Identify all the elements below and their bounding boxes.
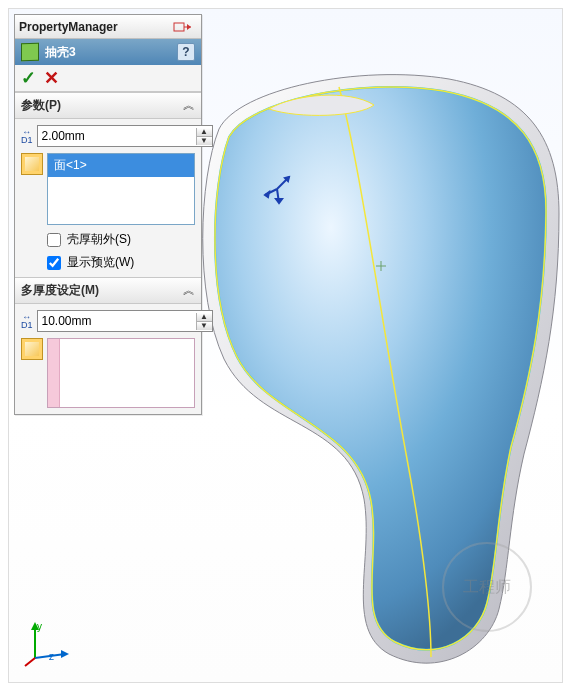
- svg-marker-5: [265, 192, 269, 197]
- help-button[interactable]: ?: [177, 43, 195, 61]
- app-stage: 工程师 y z PropertyManager 抽壳3 ?: [0, 0, 571, 691]
- watermark-stamp: 工程师: [442, 542, 532, 632]
- spin-down-icon: ▼: [197, 136, 212, 145]
- frame-edge: [0, 0, 6, 691]
- multi-faces-row: [21, 338, 195, 408]
- spin-down-icon: ▼: [197, 321, 212, 330]
- multi-spin[interactable]: ▲▼: [196, 313, 212, 330]
- face-select-icon: [21, 338, 43, 360]
- spin-up-icon: ▲: [197, 128, 212, 136]
- params-group-header[interactable]: 参数(P) ︽: [15, 93, 201, 119]
- thickness-spin[interactable]: ▲▼: [196, 128, 212, 145]
- svg-rect-13: [174, 23, 184, 31]
- svg-marker-7: [276, 199, 282, 203]
- manipulator-triad-icon[interactable]: [259, 171, 295, 207]
- multi-thickness-input[interactable]: [38, 311, 196, 331]
- face-select-icon: [21, 153, 43, 175]
- faces-listbox[interactable]: 面<1>: [47, 153, 195, 225]
- shell-outward-row[interactable]: 壳厚朝外(S): [21, 231, 195, 248]
- chevron-up-icon: ︽: [183, 282, 195, 299]
- property-manager-title: PropertyManager: [19, 20, 169, 34]
- pin-icon[interactable]: [169, 21, 197, 33]
- svg-line-12: [25, 658, 35, 666]
- spin-up-icon: ▲: [197, 313, 212, 321]
- multi-list-highlight: [48, 339, 60, 407]
- dimension-icon: ↔ D1: [21, 311, 33, 331]
- frame-edge: [0, 0, 571, 6]
- multi-faces-listbox[interactable]: [47, 338, 195, 408]
- params-group: 参数(P) ︽ ↔ D1 ▲▼ 面<1>: [15, 92, 201, 277]
- show-preview-row[interactable]: 显示预览(W): [21, 254, 195, 271]
- property-manager-header: PropertyManager: [15, 15, 201, 39]
- multi-thickness-group: 多厚度设定(M) ︽ ↔ D1 ▲▼: [15, 277, 201, 414]
- shell-outward-label: 壳厚朝外(S): [67, 231, 131, 248]
- cancel-button[interactable]: ✕: [44, 69, 59, 87]
- show-preview-checkbox[interactable]: [47, 256, 61, 270]
- face-item-selected[interactable]: 面<1>: [48, 154, 194, 177]
- frame-edge: [0, 685, 571, 691]
- feature-name: 抽壳3: [45, 44, 76, 61]
- watermark-text: 工程师: [463, 577, 511, 598]
- thickness-input-wrap: ▲▼: [37, 125, 213, 147]
- faces-list-empty: [48, 177, 194, 224]
- dimension-icon: ↔ D1: [21, 126, 33, 146]
- multi-group-header[interactable]: 多厚度设定(M) ︽: [15, 278, 201, 304]
- axis-z-label: z: [49, 651, 54, 662]
- faces-row: 面<1>: [21, 153, 195, 225]
- feature-title-row: 抽壳3 ?: [15, 39, 201, 65]
- multi-header-label: 多厚度设定(M): [21, 282, 183, 299]
- shell-outward-checkbox[interactable]: [47, 233, 61, 247]
- property-manager-panel: PropertyManager 抽壳3 ? ✓ ✕ 参数(P) ︽ ↔: [14, 14, 202, 415]
- params-header-label: 参数(P): [21, 97, 183, 114]
- show-preview-label: 显示预览(W): [67, 254, 134, 271]
- multi-thickness-input-wrap: ▲▼: [37, 310, 213, 332]
- svg-marker-15: [187, 24, 191, 30]
- shell-feature-icon: [21, 43, 39, 62]
- chevron-up-icon: ︽: [183, 97, 195, 114]
- view-triad: y z: [21, 614, 75, 670]
- confirm-row: ✓ ✕: [15, 65, 201, 92]
- thickness-input[interactable]: [38, 126, 196, 146]
- axis-y-label: y: [37, 621, 42, 632]
- svg-marker-11: [61, 650, 69, 658]
- thickness-row: ↔ D1 ▲▼: [21, 125, 195, 147]
- multi-thickness-row: ↔ D1 ▲▼: [21, 310, 195, 332]
- ok-button[interactable]: ✓: [21, 69, 36, 87]
